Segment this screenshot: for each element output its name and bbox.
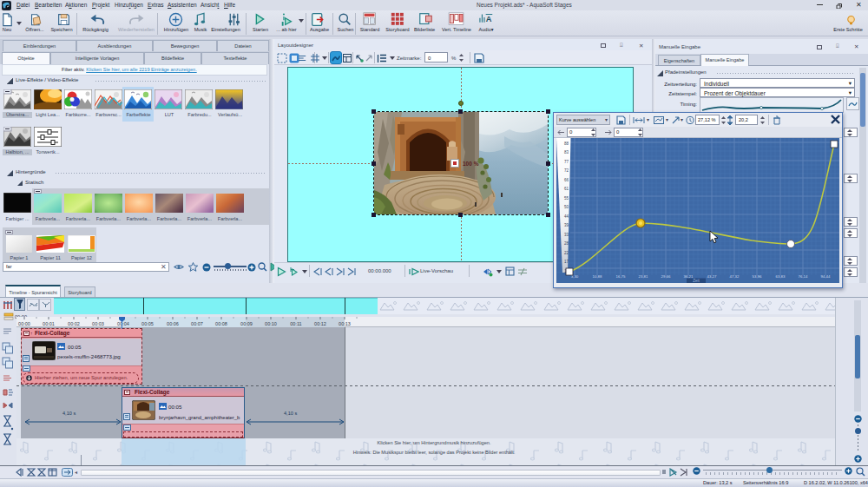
svg-text:47,32: 47,32: [730, 274, 740, 279]
svg-text:00:01: 00:01: [43, 321, 55, 326]
svg-text:A: A: [486, 15, 492, 23]
svg-text:28: 28: [564, 241, 569, 246]
svg-text:77: 77: [564, 160, 569, 164]
svg-text:17: 17: [564, 260, 569, 264]
svg-text:00:12: 00:12: [314, 321, 326, 326]
svg-text:29,66: 29,66: [661, 274, 672, 279]
svg-text:00:06: 00:06: [167, 321, 179, 326]
svg-text:43,27: 43,27: [707, 274, 718, 279]
svg-text:55: 55: [564, 196, 569, 201]
svg-text:23,81: 23,81: [639, 274, 649, 279]
svg-text:76,14: 76,14: [799, 274, 809, 279]
svg-text:72: 72: [564, 168, 569, 173]
svg-text:39: 39: [564, 223, 569, 227]
svg-text:10,88: 10,88: [593, 274, 603, 279]
svg-text:88: 88: [564, 141, 569, 146]
svg-text:00:07: 00:07: [191, 321, 203, 326]
svg-text:00:10: 00:10: [265, 321, 277, 326]
svg-text:00:03: 00:03: [92, 321, 104, 326]
svg-text:83: 83: [564, 150, 569, 155]
svg-text:94,44: 94,44: [821, 274, 832, 279]
svg-text:00:13: 00:13: [339, 321, 351, 326]
svg-text:Zeit: Zeit: [693, 279, 700, 283]
svg-text:00:09: 00:09: [240, 321, 253, 326]
svg-text:61: 61: [564, 187, 569, 191]
svg-text:53,96: 53,96: [753, 274, 763, 279]
svg-text:44: 44: [564, 214, 569, 219]
svg-text:66: 66: [564, 178, 569, 182]
svg-text:50: 50: [564, 205, 569, 209]
svg-text:00:11: 00:11: [290, 321, 301, 326]
svg-text:00:08: 00:08: [215, 321, 227, 326]
svg-text:00:00: 00:00: [18, 321, 30, 326]
svg-text:22: 22: [564, 251, 569, 255]
svg-text:33: 33: [564, 233, 569, 237]
svg-text:16,75: 16,75: [616, 274, 627, 279]
svg-text:63,83: 63,83: [776, 274, 786, 279]
svg-text:00:02: 00:02: [68, 321, 80, 326]
svg-text:00:05: 00:05: [141, 321, 154, 326]
